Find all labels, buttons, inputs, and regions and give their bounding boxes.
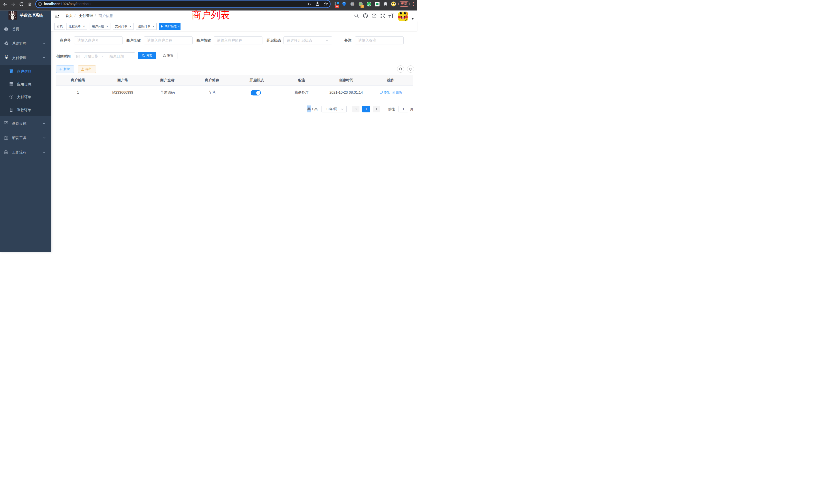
- svg-text:⌘: ⌘: [351, 3, 354, 5]
- svg-text:¥: ¥: [11, 95, 12, 98]
- svg-text:y: y: [368, 3, 370, 6]
